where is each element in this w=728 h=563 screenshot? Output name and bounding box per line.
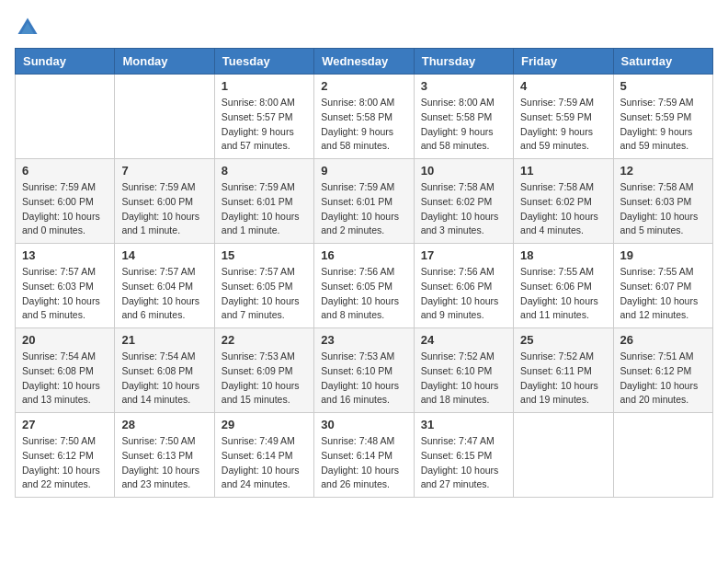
day-number: 13 bbox=[22, 248, 108, 262]
calendar-cell: 3Sunrise: 8:00 AM Sunset: 5:58 PM Daylig… bbox=[414, 75, 513, 159]
calendar-cell: 27Sunrise: 7:50 AM Sunset: 6:12 PM Dayli… bbox=[16, 413, 115, 498]
day-info: Sunrise: 7:59 AM Sunset: 5:59 PM Dayligh… bbox=[620, 96, 706, 154]
day-of-week-header: Wednesday bbox=[314, 49, 414, 75]
day-info: Sunrise: 8:00 AM Sunset: 5:58 PM Dayligh… bbox=[321, 96, 406, 154]
calendar-cell: 25Sunrise: 7:52 AM Sunset: 6:11 PM Dayli… bbox=[514, 328, 613, 413]
day-number: 2 bbox=[321, 79, 406, 93]
day-number: 19 bbox=[620, 248, 706, 262]
calendar-cell: 28Sunrise: 7:50 AM Sunset: 6:13 PM Dayli… bbox=[115, 413, 214, 498]
day-info: Sunrise: 7:52 AM Sunset: 6:10 PM Dayligh… bbox=[421, 350, 506, 408]
calendar-week-row: 1Sunrise: 8:00 AM Sunset: 5:57 PM Daylig… bbox=[16, 75, 713, 159]
day-info: Sunrise: 7:54 AM Sunset: 6:08 PM Dayligh… bbox=[22, 350, 108, 408]
day-of-week-header: Thursday bbox=[414, 49, 513, 75]
day-number: 23 bbox=[321, 333, 406, 347]
day-number: 22 bbox=[222, 333, 307, 347]
day-info: Sunrise: 7:59 AM Sunset: 6:01 PM Dayligh… bbox=[222, 180, 307, 238]
day-number: 17 bbox=[421, 248, 506, 262]
day-info: Sunrise: 7:54 AM Sunset: 6:08 PM Dayligh… bbox=[121, 350, 207, 408]
day-number: 16 bbox=[321, 248, 406, 262]
logo-icon bbox=[15, 15, 40, 40]
calendar-cell: 21Sunrise: 7:54 AM Sunset: 6:08 PM Dayli… bbox=[115, 328, 214, 413]
day-info: Sunrise: 7:59 AM Sunset: 6:00 PM Dayligh… bbox=[22, 180, 108, 238]
day-number: 7 bbox=[121, 164, 207, 178]
day-number: 8 bbox=[222, 164, 307, 178]
day-info: Sunrise: 7:51 AM Sunset: 6:12 PM Dayligh… bbox=[620, 350, 706, 408]
day-info: Sunrise: 7:50 AM Sunset: 6:12 PM Dayligh… bbox=[22, 434, 108, 492]
calendar-cell: 29Sunrise: 7:49 AM Sunset: 6:14 PM Dayli… bbox=[214, 413, 313, 498]
day-number: 25 bbox=[520, 333, 606, 347]
day-number: 30 bbox=[321, 418, 406, 431]
calendar-cell: 24Sunrise: 7:52 AM Sunset: 6:10 PM Dayli… bbox=[414, 328, 513, 413]
calendar-cell: 10Sunrise: 7:58 AM Sunset: 6:02 PM Dayli… bbox=[414, 159, 513, 244]
day-number: 3 bbox=[421, 79, 506, 93]
page-header bbox=[15, 15, 713, 40]
calendar-cell bbox=[613, 413, 712, 498]
day-number: 10 bbox=[421, 164, 506, 178]
day-info: Sunrise: 8:00 AM Sunset: 5:58 PM Dayligh… bbox=[421, 96, 506, 154]
day-info: Sunrise: 7:59 AM Sunset: 6:01 PM Dayligh… bbox=[321, 180, 406, 238]
calendar-cell: 11Sunrise: 7:58 AM Sunset: 6:02 PM Dayli… bbox=[514, 159, 613, 244]
day-info: Sunrise: 7:57 AM Sunset: 6:03 PM Dayligh… bbox=[22, 265, 108, 323]
day-number: 20 bbox=[22, 333, 108, 347]
day-of-week-header: Tuesday bbox=[214, 49, 313, 75]
day-of-week-header: Saturday bbox=[613, 49, 712, 75]
day-number: 18 bbox=[520, 248, 606, 262]
calendar-cell: 18Sunrise: 7:55 AM Sunset: 6:06 PM Dayli… bbox=[514, 244, 613, 328]
day-info: Sunrise: 7:55 AM Sunset: 6:07 PM Dayligh… bbox=[620, 265, 706, 323]
day-info: Sunrise: 7:53 AM Sunset: 6:09 PM Dayligh… bbox=[222, 350, 307, 408]
day-info: Sunrise: 7:53 AM Sunset: 6:10 PM Dayligh… bbox=[321, 350, 406, 408]
calendar-cell: 1Sunrise: 8:00 AM Sunset: 5:57 PM Daylig… bbox=[214, 75, 313, 159]
day-number: 28 bbox=[121, 418, 207, 431]
calendar-cell: 13Sunrise: 7:57 AM Sunset: 6:03 PM Dayli… bbox=[16, 244, 115, 328]
calendar-week-row: 6Sunrise: 7:59 AM Sunset: 6:00 PM Daylig… bbox=[16, 159, 713, 244]
day-of-week-header: Sunday bbox=[16, 49, 115, 75]
calendar-cell: 23Sunrise: 7:53 AM Sunset: 6:10 PM Dayli… bbox=[314, 328, 414, 413]
calendar-cell bbox=[514, 413, 613, 498]
day-number: 31 bbox=[421, 418, 506, 431]
day-number: 15 bbox=[222, 248, 307, 262]
day-info: Sunrise: 7:56 AM Sunset: 6:06 PM Dayligh… bbox=[421, 265, 506, 323]
calendar-cell: 2Sunrise: 8:00 AM Sunset: 5:58 PM Daylig… bbox=[314, 75, 414, 159]
calendar-cell: 20Sunrise: 7:54 AM Sunset: 6:08 PM Dayli… bbox=[16, 328, 115, 413]
calendar-week-row: 20Sunrise: 7:54 AM Sunset: 6:08 PM Dayli… bbox=[16, 328, 713, 413]
day-number: 5 bbox=[620, 79, 706, 93]
day-info: Sunrise: 7:57 AM Sunset: 6:04 PM Dayligh… bbox=[121, 265, 207, 323]
day-info: Sunrise: 7:59 AM Sunset: 6:00 PM Dayligh… bbox=[121, 180, 207, 238]
day-info: Sunrise: 7:57 AM Sunset: 6:05 PM Dayligh… bbox=[222, 265, 307, 323]
day-number: 6 bbox=[22, 164, 108, 178]
calendar-cell: 15Sunrise: 7:57 AM Sunset: 6:05 PM Dayli… bbox=[214, 244, 313, 328]
calendar-cell bbox=[16, 75, 115, 159]
day-number: 1 bbox=[222, 79, 307, 93]
day-number: 29 bbox=[222, 418, 307, 431]
calendar-cell: 5Sunrise: 7:59 AM Sunset: 5:59 PM Daylig… bbox=[613, 75, 712, 159]
day-of-week-header: Friday bbox=[514, 49, 613, 75]
calendar-cell: 14Sunrise: 7:57 AM Sunset: 6:04 PM Dayli… bbox=[115, 244, 214, 328]
day-info: Sunrise: 8:00 AM Sunset: 5:57 PM Dayligh… bbox=[222, 96, 307, 154]
calendar-cell: 8Sunrise: 7:59 AM Sunset: 6:01 PM Daylig… bbox=[214, 159, 313, 244]
calendar-cell: 7Sunrise: 7:59 AM Sunset: 6:00 PM Daylig… bbox=[115, 159, 214, 244]
day-info: Sunrise: 7:55 AM Sunset: 6:06 PM Dayligh… bbox=[520, 265, 606, 323]
calendar-week-row: 27Sunrise: 7:50 AM Sunset: 6:12 PM Dayli… bbox=[16, 413, 713, 498]
day-number: 12 bbox=[620, 164, 706, 178]
calendar-table: SundayMondayTuesdayWednesdayThursdayFrid… bbox=[15, 48, 713, 498]
day-number: 11 bbox=[520, 164, 606, 178]
calendar-cell bbox=[115, 75, 214, 159]
day-info: Sunrise: 7:48 AM Sunset: 6:14 PM Dayligh… bbox=[321, 434, 406, 492]
day-number: 21 bbox=[121, 333, 207, 347]
day-number: 27 bbox=[22, 418, 108, 431]
day-number: 14 bbox=[121, 248, 207, 262]
day-of-week-header: Monday bbox=[115, 49, 214, 75]
calendar-cell: 9Sunrise: 7:59 AM Sunset: 6:01 PM Daylig… bbox=[314, 159, 414, 244]
calendar-cell: 6Sunrise: 7:59 AM Sunset: 6:00 PM Daylig… bbox=[16, 159, 115, 244]
calendar-cell: 4Sunrise: 7:59 AM Sunset: 5:59 PM Daylig… bbox=[514, 75, 613, 159]
calendar-cell: 17Sunrise: 7:56 AM Sunset: 6:06 PM Dayli… bbox=[414, 244, 513, 328]
calendar-cell: 16Sunrise: 7:56 AM Sunset: 6:05 PM Dayli… bbox=[314, 244, 414, 328]
day-number: 4 bbox=[520, 79, 606, 93]
day-number: 9 bbox=[321, 164, 406, 178]
day-info: Sunrise: 7:56 AM Sunset: 6:05 PM Dayligh… bbox=[321, 265, 406, 323]
day-info: Sunrise: 7:50 AM Sunset: 6:13 PM Dayligh… bbox=[121, 434, 207, 492]
calendar-cell: 12Sunrise: 7:58 AM Sunset: 6:03 PM Dayli… bbox=[613, 159, 712, 244]
calendar-header-row: SundayMondayTuesdayWednesdayThursdayFrid… bbox=[16, 49, 713, 75]
day-info: Sunrise: 7:49 AM Sunset: 6:14 PM Dayligh… bbox=[222, 434, 307, 492]
calendar-cell: 31Sunrise: 7:47 AM Sunset: 6:15 PM Dayli… bbox=[414, 413, 513, 498]
